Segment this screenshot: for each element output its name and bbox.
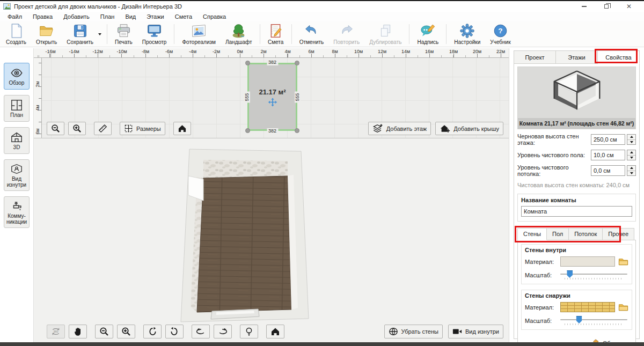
- spin-down-icon[interactable]: [627, 171, 635, 176]
- close-button[interactable]: ✕: [626, 3, 632, 10]
- dimensions-button[interactable]: Размеры: [120, 122, 165, 135]
- pan-button[interactable]: [69, 325, 87, 338]
- sidebar-item-3d[interactable]: 3D: [4, 127, 30, 154]
- orbit-right-button[interactable]: [214, 325, 232, 338]
- rotate-cw-button[interactable]: [165, 325, 184, 338]
- folder-icon[interactable]: [618, 303, 628, 312]
- estimate-button[interactable]: Смета: [263, 22, 289, 46]
- plan-zoom-in-button[interactable]: [68, 122, 86, 135]
- view-zoom-in-button[interactable]: [117, 325, 135, 338]
- preview-button[interactable]: Просмотр: [137, 22, 172, 46]
- room-corner-handle[interactable]: [245, 128, 250, 133]
- sidebar-item-overview[interactable]: Обзор: [4, 63, 30, 90]
- plan-zoom-out-button[interactable]: [47, 122, 64, 135]
- window-controls: ✕: [581, 3, 641, 10]
- tab-walls[interactable]: Стены: [517, 228, 547, 240]
- zoom-out-icon: [51, 124, 60, 133]
- print-button[interactable]: Печать: [110, 22, 137, 46]
- remove-walls-icon: [389, 327, 398, 336]
- spin-up-icon[interactable]: [627, 150, 635, 156]
- move-icon[interactable]: [268, 98, 277, 107]
- menu-help[interactable]: Справка: [197, 12, 231, 21]
- outside-material-swatch[interactable]: [560, 302, 615, 312]
- add-roof-icon: [440, 124, 450, 133]
- save-button[interactable]: Сохранить: [62, 22, 98, 46]
- finished-ceiling-level-stepper[interactable]: [627, 165, 636, 176]
- finished-floor-level-stepper[interactable]: [627, 150, 636, 160]
- menubar: Файл Правка Добавить План Вид Этажи Смет…: [0, 12, 644, 21]
- inside-material-swatch[interactable]: [560, 256, 615, 267]
- label-button[interactable]: Надпись: [412, 22, 443, 46]
- menu-view[interactable]: Вид: [120, 12, 141, 21]
- rough-wall-height-stepper[interactable]: [627, 134, 636, 145]
- slider-handle[interactable]: [576, 316, 582, 323]
- open-folder-icon: [39, 23, 54, 39]
- menu-plan[interactable]: План: [95, 12, 120, 21]
- finished-ceiling-level-input[interactable]: 0,0 см: [591, 165, 625, 176]
- inside-scale-slider[interactable]: [560, 270, 627, 279]
- menu-file[interactable]: Файл: [2, 12, 27, 21]
- room-3d-render[interactable]: [177, 146, 315, 326]
- field-row: Уровень чистового потолка: 0,0 см: [517, 164, 636, 177]
- room-name-input[interactable]: [521, 206, 632, 217]
- tab-project[interactable]: Проект: [514, 50, 556, 64]
- open-button[interactable]: Открыть: [31, 22, 62, 46]
- lighting-button[interactable]: [240, 325, 258, 338]
- minimize-button[interactable]: [581, 3, 587, 10]
- field-row: Уровень чистового пола: 10,0 см: [517, 150, 636, 160]
- add-roof-button[interactable]: Добавить крышу: [435, 122, 503, 135]
- view-home-button[interactable]: [266, 325, 284, 338]
- room-shape[interactable]: 382 382 555 555 21.17 м²: [247, 63, 297, 131]
- spin-up-icon[interactable]: [627, 135, 635, 140]
- tab-other[interactable]: Прочее: [603, 228, 634, 240]
- menu-floors[interactable]: Этажи: [141, 12, 169, 21]
- tab-properties[interactable]: Свойства: [598, 50, 640, 64]
- tab-floors[interactable]: Этажи: [556, 50, 598, 64]
- room-corner-handle[interactable]: [295, 61, 299, 65]
- svg-text:360: 360: [54, 330, 58, 333]
- save-dropdown-button[interactable]: [98, 22, 104, 46]
- spin-down-icon[interactable]: [627, 156, 635, 160]
- room-summary: Комната 21,17 м² (площадь стен 46,82 м²): [517, 118, 636, 129]
- tutorial-button[interactable]: ? Учебник: [485, 22, 515, 46]
- finished-floor-level-input[interactable]: 10,0 см: [591, 150, 625, 160]
- new-button[interactable]: Создать: [1, 22, 31, 46]
- landscape-button[interactable]: Ландшафт: [221, 22, 257, 46]
- spin-up-icon[interactable]: [627, 166, 635, 171]
- plan-home-button[interactable]: [173, 122, 191, 135]
- sidebar-item-communications[interactable]: Комму-никации: [4, 196, 30, 228]
- add-floor-button[interactable]: Добавить этаж: [368, 122, 431, 135]
- remove-walls-button[interactable]: Убрать стены: [384, 325, 443, 338]
- outside-scale-slider[interactable]: [560, 316, 627, 325]
- undo-button[interactable]: Отменить: [295, 22, 329, 46]
- rough-wall-height-input[interactable]: 250,0 см: [591, 134, 625, 145]
- finished-ceiling-level-label: Уровень чистового потолка:: [517, 164, 591, 177]
- tab-floor[interactable]: Пол: [547, 228, 569, 240]
- inside-view-button[interactable]: Вид изнутри: [448, 325, 503, 338]
- svg-text:?: ?: [498, 27, 502, 35]
- landscape-icon: [231, 23, 246, 39]
- rotate-360-button: 360: [47, 325, 65, 338]
- menu-add[interactable]: Добавить: [58, 12, 95, 21]
- photorealism-button[interactable]: Фотореализм: [177, 22, 221, 46]
- measure-button[interactable]: [94, 122, 112, 135]
- tab-ceiling[interactable]: Потолок: [569, 228, 603, 240]
- settings-button[interactable]: Настройки: [449, 22, 485, 46]
- room-corner-handle[interactable]: [245, 61, 250, 65]
- floor-plan-view[interactable]: -16м -14м -12м -10м -8м -6м -4м -2м 0м 2…: [34, 48, 509, 138]
- folder-icon[interactable]: [618, 257, 628, 266]
- orbit-left-button[interactable]: [192, 325, 210, 338]
- room-corner-handle[interactable]: [295, 128, 299, 133]
- toolbar-separator: [446, 24, 447, 44]
- menu-edit[interactable]: Правка: [27, 12, 58, 21]
- view-zoom-out-button[interactable]: [95, 325, 113, 338]
- rotate-ccw-button[interactable]: [143, 325, 162, 338]
- sidebar-item-plan[interactable]: План: [4, 95, 30, 122]
- vertical-ruler: 2м 4м 6м: [34, 58, 42, 138]
- slider-handle[interactable]: [567, 270, 573, 278]
- menu-estimate[interactable]: Смета: [170, 12, 197, 21]
- viewport-3d[interactable]: 360 Убрать стены Вид изнутри: [34, 138, 509, 342]
- sidebar-item-inside-view[interactable]: Вид изнутри: [4, 159, 30, 191]
- spin-down-icon[interactable]: [627, 140, 635, 145]
- restore-button[interactable]: [603, 3, 610, 10]
